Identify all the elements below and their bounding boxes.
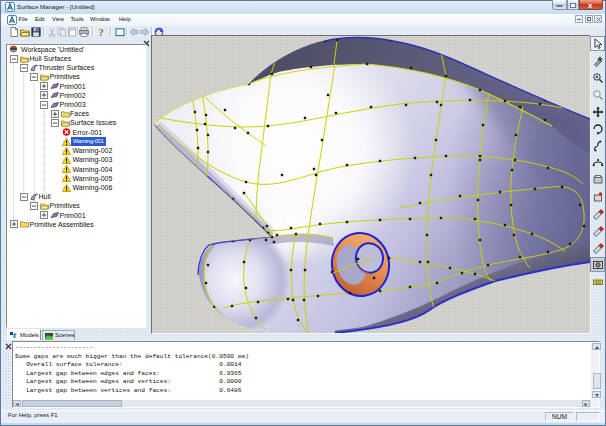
svg-text:?: ?	[98, 27, 103, 37]
